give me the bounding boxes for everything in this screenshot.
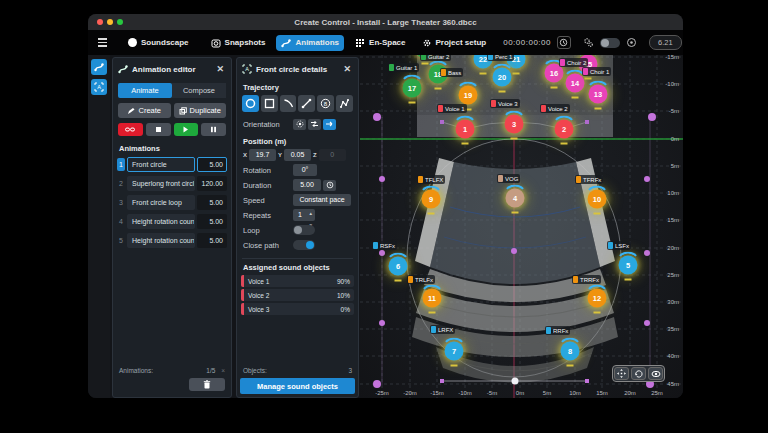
close-panel-button[interactable]: ✕ [214,64,226,74]
animation-name[interactable]: Front circle [127,157,195,172]
sound-object-8[interactable]: 8 [561,342,580,361]
object-tag[interactable]: Perc 1 [487,55,514,61]
duplicate-button[interactable]: Duplicate [174,103,227,118]
object-tag[interactable]: Voice 1 [437,104,467,113]
trajectory-square-button[interactable] [261,95,278,112]
sound-object-14[interactable]: 14 [566,74,585,93]
sound-object-7[interactable]: 7 [445,342,464,361]
sound-object-9[interactable]: 9 [422,190,441,209]
trajectory-circle-button[interactable] [242,95,259,112]
orientation-arrow-button[interactable] [323,119,336,130]
toolbar-toggle[interactable] [600,38,620,48]
object-tag[interactable]: Guitar 1 [388,63,419,72]
play-button[interactable] [174,123,199,136]
delete-animation-button[interactable] [189,378,225,391]
close-path-toggle[interactable] [293,240,315,250]
sound-object-10[interactable]: 10 [588,190,607,209]
animation-name[interactable]: Front circle loop [127,195,195,210]
animations-button[interactable]: Animations [276,35,344,51]
manage-sound-objects-button[interactable]: Manage sound objects [240,378,355,394]
object-tag[interactable]: VOG [497,174,520,183]
object-tag[interactable]: RRFx [545,326,570,335]
timecode-clock-button[interactable] [557,36,571,49]
object-tag[interactable]: Bass [440,68,463,77]
close-window-button[interactable] [97,19,103,25]
project-setup-button[interactable]: Project setup [417,35,492,51]
animation-name[interactable]: Height rotation counter [127,233,195,248]
slider-endpoint[interactable] [585,379,589,383]
repeats-stepper[interactable]: 1 ▲▼ [293,209,315,221]
record-icon[interactable] [626,37,637,48]
stage-map[interactable]: -15m-10m-5m0m5m10m15m20m25m30m35m40m45m … [360,55,683,398]
animation-editor-tool-button[interactable] [91,59,107,75]
trajectory-line-button[interactable] [298,95,315,112]
sound-object-17[interactable]: 17 [403,79,422,98]
trajectory-curve-button[interactable] [280,95,297,112]
snapshots-button[interactable]: Snapshots [206,35,271,51]
sound-object-1[interactable]: 1 [456,120,475,139]
sound-object-6[interactable]: 6 [389,257,408,276]
trajectory-freepath-button[interactable] [336,95,353,112]
animation-name[interactable]: Superlong front circle [127,176,195,191]
sound-object-4[interactable]: 4 [506,189,525,208]
visibility-button[interactable] [648,367,663,380]
duration-clock-button[interactable] [323,180,336,191]
animation-duration[interactable]: 5.00 [197,157,227,172]
sound-object-5[interactable]: 5 [619,256,638,275]
gears-icon[interactable] [583,37,594,48]
rotation-input[interactable]: 0° [293,164,317,176]
orientation-center-button[interactable] [293,119,306,130]
object-tag[interactable]: RSFx [372,241,397,250]
object-tag[interactable]: LRFX [430,325,455,334]
assigned-object-row[interactable]: Voice 210% [241,289,354,301]
object-tag[interactable]: Choir 2 [559,58,588,67]
pause-button[interactable] [201,123,226,136]
object-tag[interactable]: TFLFX [417,175,445,184]
sound-object-11[interactable]: 11 [423,289,442,308]
menu-icon[interactable] [94,36,111,49]
sound-object-12[interactable]: 12 [588,289,607,308]
stop-button[interactable] [146,123,171,136]
animation-list-item[interactable]: 3Front circle loop5.00 [117,194,227,211]
sound-object-19[interactable]: 19 [459,86,478,105]
object-tag[interactable]: Voice 3 [490,99,520,108]
assigned-object-row[interactable]: Voice 30% [241,303,354,315]
animation-duration[interactable]: 120.00 [197,176,227,191]
assigned-object-row[interactable]: Voice 190% [241,275,354,287]
tab-animate[interactable]: Animate [118,83,172,98]
animation-duration[interactable]: 5.00 [197,214,227,229]
animation-list-item[interactable]: 1Front circle5.00 [117,156,227,173]
object-tag[interactable]: Voice 2 [540,104,570,113]
position-x-input[interactable]: 19.7 [249,149,276,161]
object-tag[interactable]: TFRFx [575,175,603,184]
object-tag[interactable]: TRLFx [407,275,435,284]
trajectory-eight-button[interactable]: 8 [317,95,334,112]
animation-list-item[interactable]: 4Height rotation counter5.00 [117,213,227,230]
position-y-input[interactable]: 0.05 [284,149,311,161]
details-tool-button[interactable]: A [91,79,107,95]
animation-duration[interactable]: 5.00 [197,195,227,210]
minimize-window-button[interactable] [107,19,113,25]
object-tag[interactable]: LSFx [607,241,631,250]
duration-input[interactable]: 5.00 [293,179,321,191]
object-tag[interactable]: Guitar 2 [420,55,451,61]
close-panel-button[interactable]: ✕ [341,64,353,74]
sound-object-2[interactable]: 2 [555,120,574,139]
soundscape-button[interactable]: Soundscape [123,35,194,50]
animation-name[interactable]: Height rotation counter [127,214,195,229]
enspace-button[interactable]: En-Space [350,35,410,51]
sound-object-3[interactable]: 3 [505,115,524,134]
slider-endpoint[interactable] [440,379,444,383]
detach-button[interactable] [118,123,143,136]
loop-toggle[interactable] [293,225,315,235]
pan-tool-button[interactable] [614,367,629,380]
rotate-view-button[interactable] [631,367,646,380]
tab-compose[interactable]: Compose [172,83,226,98]
create-button[interactable]: Create [118,103,171,118]
animation-duration[interactable]: 5.00 [197,233,227,248]
sound-object-20[interactable]: 20 [493,68,512,87]
object-tag[interactable]: Choir 1 [582,67,611,76]
object-tag[interactable]: TRRFx [572,275,601,284]
animation-list-item[interactable]: 2Superlong front circle120.00 [117,175,227,192]
animation-list-item[interactable]: 5Height rotation counter5.00 [117,232,227,249]
